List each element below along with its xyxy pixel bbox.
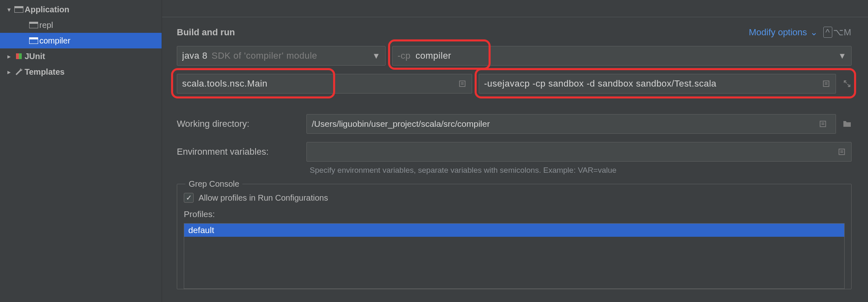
working-directory-field[interactable]: /Users/liguobin/user_project/scala/src/c… xyxy=(306,114,836,134)
working-dir-label: Working directory: xyxy=(177,119,300,129)
fieldset-legend: Grep Console xyxy=(185,179,242,189)
program-arguments-field[interactable]: -usejavacp -cp sandbox -d sandbox sandbo… xyxy=(479,74,836,94)
svg-rect-5 xyxy=(29,37,38,39)
tree-label: JUnit xyxy=(25,52,45,61)
application-icon xyxy=(13,6,25,13)
history-icon[interactable] xyxy=(822,79,831,88)
run-config-tree: ▾ Application repl compiler ▸ xyxy=(0,0,162,302)
chevron-down-icon: ⌄ xyxy=(810,27,818,38)
application-icon xyxy=(28,22,39,28)
allow-profiles-checkbox[interactable]: ✓ xyxy=(184,193,194,203)
tree-label: Application xyxy=(25,5,69,14)
wrench-icon xyxy=(13,68,25,76)
svg-rect-9 xyxy=(823,81,829,87)
history-icon[interactable] xyxy=(837,147,846,156)
history-icon[interactable] xyxy=(818,119,827,128)
grep-console-group: Grep Console ✓ Allow profiles in Run Con… xyxy=(177,184,852,289)
environment-variables-field[interactable] xyxy=(306,142,852,162)
dropdown-caret-icon: ▼ xyxy=(372,51,380,61)
tree-node-junit[interactable]: ▸ JUnit xyxy=(0,48,162,64)
expand-icon[interactable] xyxy=(843,79,852,88)
history-icon[interactable] xyxy=(458,79,467,88)
junit-icon xyxy=(13,52,25,60)
chevron-down-icon: ▾ xyxy=(5,6,13,14)
tree-node-application[interactable]: ▾ Application xyxy=(0,2,162,17)
config-panel: Build and run Modify options ⌄ ^⌥M java … xyxy=(162,0,868,302)
keyboard-shortcut: ^⌥M xyxy=(823,27,852,38)
modify-options-link[interactable]: Modify options ⌄ xyxy=(749,27,818,38)
env-vars-hint: Specify environment variables, separate … xyxy=(300,166,852,175)
section-title: Build and run xyxy=(177,27,235,38)
application-icon xyxy=(28,37,39,44)
jdk-selector[interactable]: java 8 SDK of 'compiler' module ▼ xyxy=(177,46,386,66)
svg-rect-15 xyxy=(839,149,845,155)
tree-node-repl[interactable]: repl xyxy=(0,17,162,33)
profiles-label: Profiles: xyxy=(184,209,845,219)
classpath-selector[interactable]: -cp compiler ▼ xyxy=(392,46,852,66)
checkbox-label: Allow profiles in Run Configurations xyxy=(199,193,328,203)
tree-label: Templates xyxy=(25,67,64,77)
profile-item[interactable]: default xyxy=(184,224,844,237)
tree-label: compiler xyxy=(39,36,71,46)
tree-node-templates[interactable]: ▸ Templates xyxy=(0,64,162,80)
env-vars-label: Environment variables: xyxy=(177,146,300,157)
tree-label: repl xyxy=(39,21,53,30)
tree-node-compiler[interactable]: compiler xyxy=(0,33,162,48)
svg-rect-12 xyxy=(820,121,826,127)
svg-rect-1 xyxy=(14,6,23,8)
profiles-list[interactable]: default xyxy=(184,223,845,289)
chevron-right-icon: ▸ xyxy=(5,53,13,60)
dropdown-caret-icon: ▼ xyxy=(838,51,846,61)
main-class-field[interactable]: scala.tools.nsc.Main xyxy=(177,74,472,94)
chevron-right-icon: ▸ xyxy=(5,68,13,76)
svg-rect-3 xyxy=(29,22,38,24)
folder-icon[interactable] xyxy=(843,119,852,128)
svg-rect-6 xyxy=(459,81,465,87)
